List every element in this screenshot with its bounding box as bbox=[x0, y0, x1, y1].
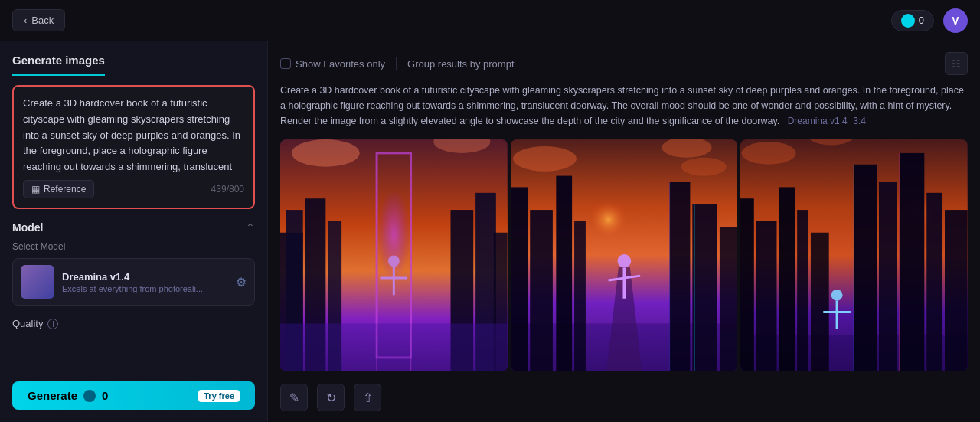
model-settings-icon[interactable]: ⚙ bbox=[236, 275, 247, 290]
quality-section: Quality i bbox=[12, 318, 255, 329]
svg-point-34 bbox=[513, 146, 577, 172]
svg-point-52 bbox=[831, 290, 843, 301]
model-info: Dreamina v1.4 Excels at everything from … bbox=[62, 271, 228, 293]
svg-rect-46 bbox=[879, 182, 897, 371]
chevron-up-icon[interactable]: ⌃ bbox=[246, 221, 255, 234]
svg-rect-47 bbox=[900, 153, 925, 371]
svg-rect-22 bbox=[530, 210, 553, 371]
svg-rect-41 bbox=[756, 221, 777, 371]
model-section-title: Model bbox=[12, 221, 43, 234]
try-free-badge: Try free bbox=[198, 390, 240, 402]
svg-rect-30 bbox=[692, 204, 717, 371]
svg-point-55 bbox=[742, 142, 796, 165]
regenerate-button[interactable]: ↻ bbox=[317, 384, 345, 411]
main-content: Generate images Create a 3D hardcover bo… bbox=[0, 41, 980, 422]
svg-rect-40 bbox=[740, 198, 754, 371]
model-section-header: Model ⌃ bbox=[12, 221, 255, 234]
generate-credits: 0 bbox=[102, 389, 108, 402]
svg-rect-21 bbox=[511, 188, 528, 371]
reference-label: Reference bbox=[44, 184, 86, 195]
right-panel: Show Favorites only Group results by pro… bbox=[268, 41, 980, 422]
grid-view-button[interactable]: ☷ bbox=[945, 52, 968, 75]
generate-left: Generate 0 bbox=[28, 389, 108, 402]
svg-point-10 bbox=[388, 256, 400, 267]
model-thumbnail bbox=[21, 265, 54, 299]
model-desc: Excels at everything from photoreali... bbox=[62, 284, 228, 293]
svg-rect-45 bbox=[854, 165, 877, 371]
svg-rect-49 bbox=[945, 210, 968, 371]
svg-rect-24 bbox=[574, 221, 586, 371]
edit-icon: ✎ bbox=[289, 391, 299, 405]
credits-badge: 0 bbox=[891, 10, 934, 31]
svg-point-8 bbox=[360, 153, 428, 335]
generate-label: Generate bbox=[28, 389, 77, 402]
svg-rect-48 bbox=[927, 193, 943, 371]
globe-icon bbox=[901, 14, 915, 28]
avatar-initial: V bbox=[952, 15, 959, 27]
select-model-label: Select Model bbox=[12, 241, 255, 252]
group-results-label: Group results by prompt bbox=[407, 58, 514, 70]
avatar[interactable]: V bbox=[943, 8, 968, 33]
show-favorites-toggle[interactable]: Show Favorites only bbox=[280, 58, 385, 70]
svg-point-36 bbox=[681, 158, 726, 176]
upload-button[interactable]: ⇧ bbox=[354, 384, 381, 411]
svg-point-26 bbox=[617, 254, 631, 268]
image-card-2[interactable] bbox=[511, 139, 738, 371]
panel-title-container: Generate images bbox=[12, 54, 255, 85]
bottom-action-bar: ✎ ↻ ⇧ bbox=[280, 378, 968, 411]
generate-button[interactable]: Generate 0 Try free bbox=[12, 381, 255, 410]
show-favorites-label: Show Favorites only bbox=[296, 58, 385, 70]
regenerate-icon: ↻ bbox=[326, 391, 336, 405]
model-thumb-image bbox=[21, 265, 54, 299]
prompt-preview: Create a 3D hardcover book of a futurist… bbox=[280, 83, 968, 132]
svg-rect-42 bbox=[779, 188, 795, 371]
toolbar-divider bbox=[396, 57, 397, 70]
prompt-box[interactable]: Create a 3D hardcover book of a futurist… bbox=[12, 85, 255, 209]
reference-button[interactable]: ▦ Reference bbox=[23, 180, 94, 198]
model-card[interactable]: Dreamina v1.4 Excels at everything from … bbox=[12, 258, 255, 306]
results-toolbar: Show Favorites only Group results by pro… bbox=[280, 52, 968, 75]
model-tag: Dreamina v1.4 bbox=[788, 116, 848, 126]
image-reference-icon: ▦ bbox=[31, 184, 40, 195]
char-count: 439/800 bbox=[211, 184, 244, 195]
group-results-toggle[interactable]: Group results by prompt bbox=[407, 58, 514, 70]
credits-icon bbox=[83, 390, 96, 402]
prompt-text[interactable]: Create a 3D hardcover book of a futurist… bbox=[23, 96, 244, 172]
svg-rect-44 bbox=[811, 233, 829, 371]
credits-count: 0 bbox=[919, 15, 924, 26]
back-button[interactable]: ‹ Back bbox=[12, 9, 65, 31]
topbar-right: 0 V bbox=[891, 8, 968, 33]
image-grid bbox=[280, 139, 968, 371]
model-name: Dreamina v1.4 bbox=[62, 271, 228, 283]
image-card-1[interactable] bbox=[280, 139, 508, 371]
svg-rect-31 bbox=[720, 227, 738, 371]
edit-button[interactable]: ✎ bbox=[280, 384, 308, 411]
svg-rect-29 bbox=[669, 182, 690, 371]
quality-label: Quality bbox=[12, 318, 43, 329]
favorites-checkbox[interactable] bbox=[280, 58, 291, 69]
back-chevron-icon: ‹ bbox=[24, 15, 27, 26]
info-icon: i bbox=[47, 319, 58, 329]
image-card-3[interactable] bbox=[740, 139, 968, 371]
left-panel: Generate images Create a 3D hardcover bo… bbox=[0, 41, 268, 422]
svg-point-16 bbox=[292, 139, 360, 167]
panel-title: Generate images bbox=[12, 54, 105, 76]
svg-rect-23 bbox=[556, 176, 572, 371]
upload-icon: ⇧ bbox=[363, 391, 373, 405]
topbar: ‹ Back 0 V bbox=[0, 0, 980, 41]
prompt-footer: ▦ Reference 439/800 bbox=[23, 180, 244, 198]
back-label: Back bbox=[31, 15, 54, 26]
svg-rect-13 bbox=[280, 324, 508, 371]
svg-rect-43 bbox=[798, 210, 809, 371]
ratio-tag: 3:4 bbox=[853, 116, 866, 126]
grid-icon: ☷ bbox=[952, 58, 961, 70]
